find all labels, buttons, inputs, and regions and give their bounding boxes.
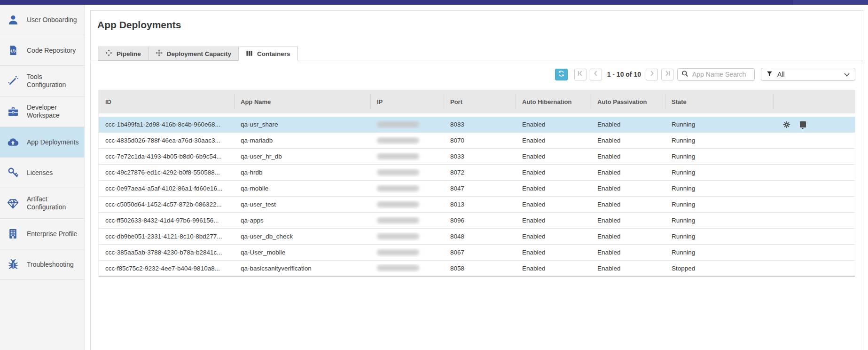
sidebar-item-user-onboarding[interactable]: User Onboarding	[0, 5, 84, 35]
redacted-ip-value	[377, 201, 419, 207]
cell-port: 8058	[444, 265, 516, 272]
previous-page-button[interactable]	[590, 69, 602, 80]
redacted-ip-value	[377, 217, 419, 223]
cell-id: ccc-ff502633-8432-41d4-97b6-996156...	[99, 217, 234, 224]
cell-actions: Hibernate	[773, 120, 855, 129]
sidebar-item-developer-workspace[interactable]: Developer Workspace	[0, 96, 84, 127]
column-header-state: State	[665, 90, 773, 113]
table-body: ccc-1b499fa1-2d98-416b-8c4b-960e68... qa…	[99, 117, 855, 277]
filter-selected-value: All	[777, 71, 839, 78]
sidebar-nav: User Onboarding Code Repository Tools Co…	[0, 5, 85, 350]
sidebar-item-code-repository[interactable]: Code Repository	[0, 35, 84, 66]
cell-state: Running	[665, 185, 773, 192]
sidebar-item-artifact-configuration[interactable]: Artifact Configuration	[0, 188, 84, 219]
next-page-button[interactable]	[646, 69, 658, 80]
table-header-row: IDApp NameIPPortAuto HibernationAuto Pas…	[99, 90, 855, 113]
sidebar-item-app-deployments[interactable]: App Deployments	[0, 127, 84, 158]
first-page-button[interactable]	[574, 69, 586, 80]
cell-port: 8047	[444, 185, 516, 192]
cell-auto-passivation: Enabled	[591, 201, 665, 208]
cell-app-name: qa-mariadb	[234, 137, 370, 144]
tab-pipeline[interactable]: Pipeline	[98, 47, 148, 61]
filter-dropdown[interactable]: All	[761, 68, 855, 81]
search-input[interactable]	[692, 71, 749, 78]
table-row[interactable]: ccc-4835d026-788f-46ea-a76d-30aac3... qa…	[99, 133, 855, 149]
cell-auto-passivation: Enabled	[591, 169, 665, 176]
redacted-ip-value	[377, 265, 419, 271]
column-header-id: ID	[99, 90, 234, 113]
table-row[interactable]: ccc-1b499fa1-2d98-416b-8c4b-960e68... qa…	[99, 117, 855, 133]
cell-auto-passivation: Enabled	[591, 233, 665, 240]
pipeline-icon	[105, 49, 112, 58]
cell-id: ccc-f85c75c2-9232-4ee7-b404-9810a8...	[99, 265, 234, 272]
chevron-left-icon	[593, 70, 599, 79]
table-row[interactable]: ccc-c5050d64-1452-4c57-872b-086322... qa…	[99, 197, 855, 213]
cell-id: ccc-c5050d64-1452-4c57-872b-086322...	[99, 201, 234, 208]
redacted-ip-value	[377, 137, 419, 143]
top-bar-right-segment	[793, 0, 868, 5]
cell-state: Running	[665, 233, 773, 240]
tab-label: Containers	[257, 50, 290, 57]
table-row[interactable]: ccc-0e97aea4-a5af-4102-86a1-fd60e16... q…	[99, 181, 855, 197]
sidebar-item-tools-configuration[interactable]: Tools Configuration	[0, 66, 84, 96]
tab-deployment-capacity[interactable]: Deployment Capacity	[148, 47, 238, 61]
cell-app-name: qa-user_test	[234, 201, 370, 208]
cell-app-name: qa-User_mobile	[234, 249, 370, 256]
cell-port: 8072	[444, 169, 516, 176]
containers-table: IDApp NameIPPortAuto HibernationAuto Pas…	[98, 90, 855, 277]
cell-ip	[370, 200, 444, 209]
cell-ip	[370, 232, 444, 241]
cell-app-name: qa-mobile	[234, 185, 370, 192]
bug-icon	[7, 258, 19, 271]
cell-auto-passivation: Enabled	[591, 265, 665, 272]
cell-ip	[370, 216, 444, 225]
table-row[interactable]: ccc-ff502633-8432-41d4-97b6-996156... qa…	[99, 213, 855, 229]
cell-ip	[370, 248, 444, 257]
cell-app-name: qa-basicsanityverification	[234, 265, 370, 272]
table-row[interactable]: ccc-f85c75c2-9232-4ee7-b404-9810a8... qa…	[99, 261, 855, 277]
cell-ip	[370, 264, 444, 272]
first-page-icon	[577, 70, 583, 79]
hibernate-button[interactable]: Hibernate	[798, 120, 807, 129]
table-row[interactable]: ccc-db9be051-2331-4121-8c10-8bd277... qa…	[99, 229, 855, 245]
gear-icon[interactable]	[782, 120, 791, 129]
tab-divider-line	[91, 61, 863, 61]
sidebar-item-enterprise-profile[interactable]: Enterprise Profile	[0, 219, 84, 249]
tab-label: Pipeline	[117, 50, 141, 57]
cell-auto-hibernation: Enabled	[516, 185, 591, 192]
table-row[interactable]: ccc-49c27876-ed1c-4292-b0f8-550588... qa…	[99, 165, 855, 181]
refresh-button[interactable]	[555, 69, 568, 80]
cell-auto-hibernation: Enabled	[516, 201, 591, 208]
cell-auto-hibernation: Enabled	[516, 217, 591, 224]
redacted-ip-value	[377, 169, 419, 175]
refresh-icon	[558, 70, 565, 79]
building-icon	[7, 228, 19, 240]
cell-id: ccc-49c27876-ed1c-4292-b0f8-550588...	[99, 169, 234, 176]
stop-icon	[800, 121, 806, 127]
cloud-upload-icon	[7, 136, 19, 149]
cell-port: 8067	[444, 249, 516, 256]
cell-app-name: qa-user_hr_db	[234, 153, 370, 160]
top-bar	[0, 0, 868, 5]
cell-auto-hibernation: Enabled	[516, 265, 591, 272]
sidebar-item-licenses[interactable]: Licenses	[0, 158, 84, 188]
cell-state: Running	[665, 217, 773, 224]
pagination-range: 1 - 10 of 10	[607, 71, 641, 78]
cell-port: 8048	[444, 233, 516, 240]
cell-auto-passivation: Enabled	[591, 121, 665, 128]
table-toolbar: 1 - 10 of 10 All	[91, 68, 855, 81]
chevron-right-icon	[649, 70, 655, 79]
cell-id: ccc-7e72c1da-4193-4b05-b8d0-6b9c54...	[99, 153, 234, 160]
cell-id: ccc-db9be051-2331-4121-8c10-8bd277...	[99, 233, 234, 240]
sidebar-item-troubleshooting[interactable]: Troubleshooting	[0, 249, 84, 280]
tab-containers[interactable]: Containers	[238, 47, 298, 61]
app-name-search[interactable]	[677, 68, 755, 81]
cell-state: Running	[665, 153, 773, 160]
redacted-ip-value	[377, 121, 419, 127]
redacted-ip-value	[377, 249, 419, 255]
table-row[interactable]: ccc-7e72c1da-4193-4b05-b8d0-6b9c54... qa…	[99, 149, 855, 165]
table-row[interactable]: ccc-385aa5ab-3788-4230-b78a-b2841c... qa…	[99, 245, 855, 261]
last-page-button[interactable]	[661, 69, 673, 80]
search-icon	[681, 70, 688, 79]
main-content-card: App Deployments Pipeline	[90, 10, 863, 350]
